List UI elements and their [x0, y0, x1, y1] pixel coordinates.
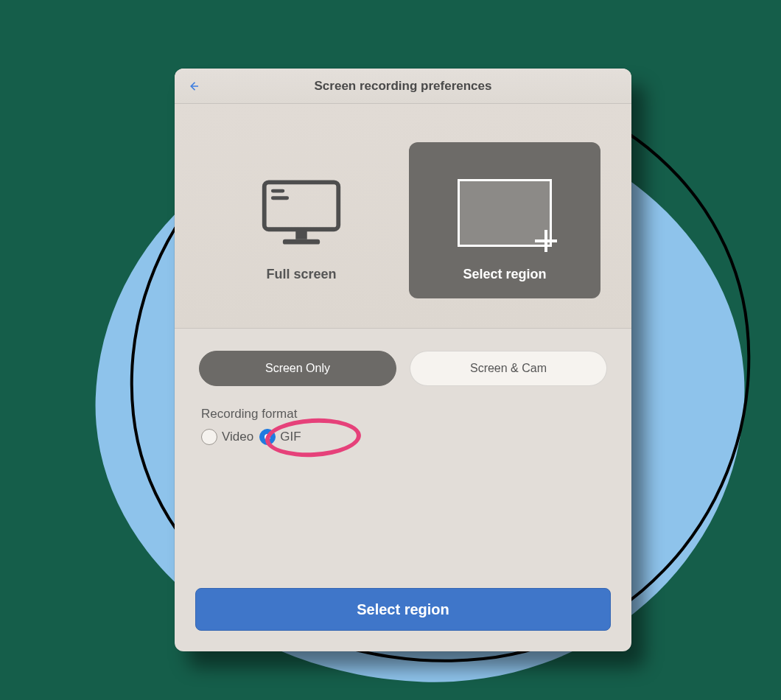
format-gif-radio[interactable]: GIF	[259, 429, 301, 445]
source-screen-only-label: Screen Only	[265, 362, 330, 375]
source-screen-and-cam[interactable]: Screen & Cam	[410, 351, 607, 386]
select-region-button-label: Select region	[357, 601, 449, 618]
back-button[interactable]	[185, 77, 203, 95]
spacer	[175, 452, 631, 588]
mode-fullscreen-label: Full screen	[266, 267, 336, 282]
preferences-window: Screen recording preferences Full screen	[175, 69, 631, 651]
mode-select-region[interactable]: Select region	[409, 142, 600, 298]
radio-dot-icon	[259, 429, 276, 445]
svg-rect-4	[295, 229, 307, 239]
format-video-label: Video	[222, 430, 253, 444]
source-screen-and-cam-label: Screen & Cam	[470, 362, 547, 375]
source-screen-only[interactable]: Screen Only	[199, 351, 396, 386]
radio-dot-icon	[201, 429, 217, 445]
select-region-button[interactable]: Select region	[195, 588, 611, 631]
stage: Screen recording preferences Full screen	[0, 0, 781, 700]
select-region-icon	[453, 172, 556, 253]
recording-format-label: Recording format	[201, 407, 605, 421]
capture-mode-panel: Full screen Select region	[175, 104, 631, 329]
recording-format-radios: Video GIF	[201, 429, 605, 445]
format-video-radio[interactable]: Video	[201, 429, 253, 445]
recording-format-section: Recording format Video GIF	[175, 393, 631, 452]
monitor-icon	[259, 177, 344, 253]
svg-rect-5	[283, 239, 320, 245]
source-row: Screen Only Screen & Cam	[175, 329, 631, 393]
mode-select-region-label: Select region	[463, 267, 546, 282]
window-title: Screen recording preferences	[315, 79, 492, 94]
mode-fullscreen[interactable]: Full screen	[206, 142, 397, 298]
arrow-left-icon	[187, 80, 200, 93]
plus-icon	[535, 230, 557, 252]
format-gif-label: GIF	[280, 430, 301, 444]
window-header: Screen recording preferences	[175, 69, 631, 104]
